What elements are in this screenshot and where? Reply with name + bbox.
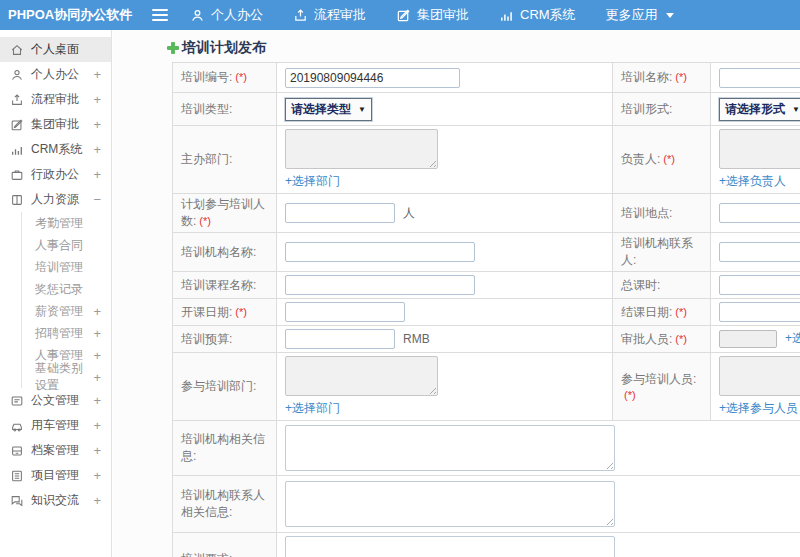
nav-label: CRM系统 (520, 6, 576, 24)
submenu-item-label: 基础类别设置 (35, 360, 93, 394)
field-label: 负责人: (621, 152, 660, 166)
submenu-item-label: 考勤管理 (35, 215, 83, 232)
approver-input[interactable] (719, 330, 777, 348)
sidebar-item-label: 用车管理 (31, 417, 79, 434)
expand-icon[interactable]: + (93, 443, 101, 458)
sidebar-item-document[interactable]: 公文管理 + (0, 388, 111, 413)
join-people-textarea[interactable] (719, 356, 800, 396)
expand-icon[interactable]: + (93, 393, 101, 408)
host-dept-textarea[interactable] (285, 129, 438, 169)
leader-textarea[interactable] (719, 129, 800, 169)
table-row: 培训课程名称: 总课时: (173, 272, 800, 299)
field-label: 培训机构联系人相关信息: (181, 488, 265, 519)
sidebar-item-admin-office[interactable]: 行政办公 + (0, 162, 111, 187)
sidebar-item-desktop[interactable]: 个人桌面 (0, 37, 111, 62)
submenu-item-label: 人事合同 (35, 237, 83, 254)
end-date-input[interactable] (719, 302, 800, 322)
field-label: 计划参与培训人数: (181, 197, 265, 228)
sidebar-item-flow-approval[interactable]: 流程审批 + (0, 87, 111, 112)
required-mark: (*) (663, 153, 675, 165)
budget-input[interactable] (285, 329, 395, 349)
required-mark: (*) (235, 71, 247, 83)
submenu-item-base-category[interactable]: 基础类别设置 + (22, 366, 111, 388)
bar-chart-icon (10, 143, 24, 157)
org-contact-info-textarea[interactable] (285, 481, 615, 527)
submenu-item-salary[interactable]: 薪资管理 + (22, 300, 111, 322)
expand-icon[interactable]: + (93, 418, 101, 433)
trainee-count-input[interactable] (285, 203, 395, 223)
sidebar-item-vehicle[interactable]: 用车管理 + (0, 413, 111, 438)
org-info-textarea[interactable] (285, 425, 615, 471)
submenu-item-training[interactable]: 培训管理 (22, 256, 111, 278)
expand-icon[interactable]: + (93, 468, 101, 483)
training-name-input[interactable] (719, 68, 800, 88)
field-label: 主办部门: (181, 152, 232, 166)
training-place-input[interactable] (719, 203, 800, 223)
training-form-table: 培训编号:(*) 培训名称:(*) 培训类型: 请选择类型 ▼ 培训形式: 请选 (172, 62, 800, 557)
expand-icon[interactable]: + (93, 493, 101, 508)
nav-personal-office[interactable]: 个人办公 (190, 6, 263, 24)
course-name-input[interactable] (285, 275, 475, 295)
training-require-textarea[interactable] (285, 536, 615, 557)
nav-flow-approval[interactable]: 流程审批 (293, 6, 366, 24)
expand-icon[interactable]: + (93, 348, 101, 363)
expand-icon[interactable]: + (93, 167, 101, 182)
org-name-input[interactable] (285, 242, 475, 262)
top-header: PHPOA协同办公软件 个人办公 流程审批 集团审批 (0, 0, 800, 30)
required-mark: (*) (675, 306, 687, 318)
submenu-item-label: 招聘管理 (35, 325, 83, 342)
select-approver-link[interactable]: +选择审批人员 (785, 331, 800, 345)
sidebar-item-label: 集团审批 (31, 116, 79, 133)
field-label: 培训机构名称: (181, 245, 256, 259)
sidebar-item-crm[interactable]: CRM系统 + (0, 137, 111, 162)
sidebar-item-personal-office[interactable]: 个人办公 + (0, 62, 111, 87)
select-join-dept-link[interactable]: +选择部门 (285, 400, 340, 417)
brand-title: PHPOA协同办公软件 (0, 6, 140, 24)
org-contact-input[interactable] (719, 242, 800, 262)
app-window: PHPOA协同办公软件 个人办公 流程审批 集团审批 (0, 0, 800, 557)
select-leader-link[interactable]: +选择负责人 (719, 173, 786, 190)
training-type-select[interactable]: 请选择类型 ▼ (285, 98, 372, 121)
collapse-icon[interactable]: − (93, 192, 101, 207)
expand-icon[interactable]: + (93, 304, 101, 319)
field-label: 培训地点: (621, 206, 672, 220)
nav-more-apps[interactable]: 更多应用 (606, 6, 674, 24)
expand-icon[interactable]: + (93, 92, 101, 107)
submenu-item-label: 薪资管理 (35, 303, 83, 320)
nav-group-approval[interactable]: 集团审批 (396, 6, 469, 24)
training-no-input[interactable] (285, 68, 460, 88)
expand-icon[interactable]: + (93, 326, 101, 341)
main-content: 培训计划发布 培训编号:(*) 培训名称:(*) 培训类型: 请选择类型 ▼ (113, 30, 800, 557)
submenu-item-attendance[interactable]: 考勤管理 (22, 212, 111, 234)
nav-label: 流程审批 (314, 6, 366, 24)
total-hours-input[interactable] (719, 275, 800, 295)
sidebar-item-label: 人力资源 (31, 191, 79, 208)
sidebar-item-label: CRM系统 (31, 141, 82, 158)
field-label: 结课日期: (621, 305, 672, 319)
expand-icon[interactable]: + (93, 370, 101, 385)
sidebar: 个人桌面 个人办公 + 流程审批 + 集团审批 + (0, 30, 112, 557)
submenu-item-hr-contract[interactable]: 人事合同 (22, 234, 111, 256)
sidebar-item-hr[interactable]: 人力资源 − (0, 187, 111, 212)
select-join-people-link[interactable]: +选择参与人员 (719, 400, 798, 417)
sidebar-item-archive[interactable]: 档案管理 + (0, 438, 111, 463)
join-dept-textarea[interactable] (285, 356, 438, 396)
submenu-item-reward[interactable]: 奖惩记录 (22, 278, 111, 300)
training-mode-select[interactable]: 请选择形式 ▼ (719, 98, 800, 121)
sidebar-item-group-approval[interactable]: 集团审批 + (0, 112, 111, 137)
nav-crm-system[interactable]: CRM系统 (499, 6, 576, 24)
expand-icon[interactable]: + (93, 142, 101, 157)
submenu-item-recruit[interactable]: 招聘管理 + (22, 322, 111, 344)
hamburger-menu-icon[interactable] (152, 9, 168, 21)
sidebar-item-project[interactable]: 项目管理 + (0, 463, 111, 488)
start-date-input[interactable] (285, 302, 405, 322)
field-label: 培训编号: (181, 70, 232, 84)
sidebar-item-knowledge[interactable]: 知识交流 + (0, 488, 111, 513)
table-row: 培训类型: 请选择类型 ▼ 培训形式: 请选择形式 ▼ (173, 93, 800, 126)
select-dept-link[interactable]: +选择部门 (285, 173, 340, 190)
select-value: 请选择类型 (291, 101, 351, 118)
sidebar-item-label: 个人桌面 (31, 41, 79, 58)
expand-icon[interactable]: + (93, 117, 101, 132)
expand-icon[interactable]: + (93, 67, 101, 82)
table-row: 计划参与培训人数:(*) 人 培训地点: (173, 194, 800, 233)
